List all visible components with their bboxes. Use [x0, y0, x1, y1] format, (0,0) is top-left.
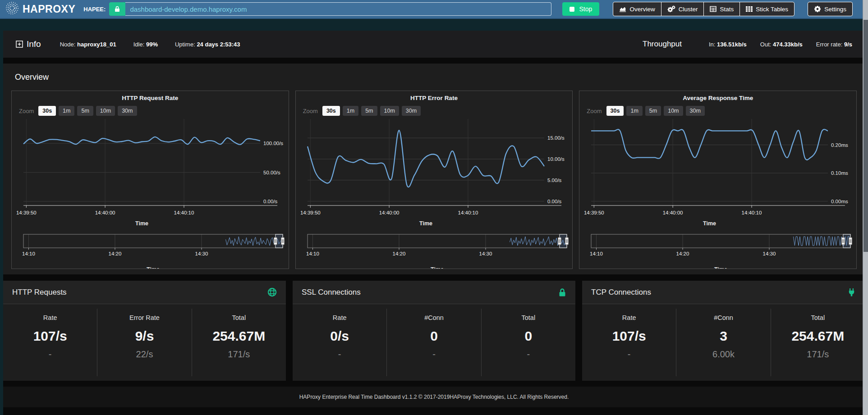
svg-text:15.00/s: 15.00/s	[547, 135, 565, 141]
stat-label: Rate	[43, 314, 57, 321]
stat-value: 107/s	[612, 328, 646, 344]
haproxy-logo-icon	[5, 1, 19, 17]
stat-value: 0	[430, 328, 438, 344]
svg-text:14:10: 14:10	[22, 251, 35, 256]
gears-icon	[667, 5, 675, 13]
summary-cards-row: HTTP RequestsRate107/s-Error Rate9/s22/s…	[3, 281, 865, 381]
url-input[interactable]	[125, 2, 551, 16]
http-request-rate-navigator[interactable]: 14:1014:2014:30Time	[12, 230, 289, 269]
svg-text:Time: Time	[147, 266, 160, 269]
chart-title-http-error-rate: HTTP Error Rate	[296, 95, 573, 105]
info-bar-left: Info Node: haproxy18_01Idle: 99%Uptime: …	[16, 39, 257, 49]
stop-button[interactable]: Stop	[562, 2, 599, 16]
stat-column-conn: #Conn36.00k	[676, 309, 771, 376]
svg-text:14:20: 14:20	[392, 251, 405, 256]
throughput-label: Throughput	[643, 40, 682, 49]
chart-title-average-response-time: Average Response Time	[579, 95, 856, 105]
navigator-handle[interactable]	[849, 237, 852, 245]
chart-title-http-request-rate: HTTP Request Rate	[12, 95, 289, 105]
throughput-stats: In: 136.51kb/sOut: 474.33kb/sError rate:…	[695, 40, 852, 48]
stat-subvalue: -	[338, 349, 341, 360]
card-tcp-connections: TCP ConnectionsRate107/s-#Conn36.00kTota…	[582, 281, 865, 381]
svg-text:14:40:00: 14:40:00	[95, 210, 115, 215]
brand-name: HAPROXY	[23, 3, 75, 15]
nav-button-cluster[interactable]: Cluster	[661, 2, 704, 16]
zoom-button-1m[interactable]: 1m	[626, 106, 642, 116]
vertical-scrollbar[interactable]	[863, 0, 868, 415]
nav-button-group: OverviewClusterStatsStick Tables	[613, 2, 795, 16]
zoom-controls: Zoom30s1m5m10m30m	[12, 105, 289, 117]
footer-text: HAProxy Enterprise Real Time Dashboard v…	[299, 394, 569, 400]
svg-text:14:40:00: 14:40:00	[379, 210, 399, 215]
settings-button[interactable]: Settings	[808, 2, 853, 16]
svg-text:100.00/s: 100.00/s	[263, 141, 283, 146]
stat-label: Total	[232, 314, 246, 321]
info-label: Info	[27, 39, 41, 49]
zoom-button-30s[interactable]: 30s	[38, 106, 56, 116]
navigator-handle[interactable]	[274, 237, 277, 245]
zoom-button-5m[interactable]: 5m	[645, 106, 661, 116]
http-error-rate-chart[interactable]: 15.00/s10.00/s5.00/s0.00/s14:39:5014:40:…	[296, 117, 573, 230]
nav-button-stick-tables[interactable]: Stick Tables	[739, 2, 795, 16]
navigator-handle[interactable]	[281, 237, 285, 245]
zoom-label: Zoom	[587, 108, 602, 114]
lock-button[interactable]	[109, 2, 125, 16]
zoom-button-30s[interactable]: 30s	[606, 106, 624, 116]
zoom-button-30m[interactable]: 30m	[118, 106, 137, 116]
svg-text:0.00ms: 0.00ms	[831, 199, 848, 204]
card-header-ssl-connections: SSL Connections	[293, 281, 575, 304]
info-bar-right: Throughput In: 136.51kb/sOut: 474.33kb/s…	[643, 40, 852, 49]
card-http-requests: HTTP RequestsRate107/s-Error Rate9/s22/s…	[3, 281, 286, 381]
stat-subvalue: -	[49, 349, 52, 360]
zoom-button-30m[interactable]: 30m	[402, 106, 421, 116]
zoom-button-10m[interactable]: 10m	[380, 106, 399, 116]
svg-text:14:39:50: 14:39:50	[300, 210, 321, 215]
svg-text:Time: Time	[714, 266, 727, 269]
nav-button-label: Stick Tables	[756, 6, 788, 13]
nav-button-overview[interactable]: Overview	[613, 2, 661, 16]
zoom-button-10m[interactable]: 10m	[96, 106, 115, 116]
stat-column-conn: #Conn0-	[387, 309, 481, 376]
zoom-button-1m[interactable]: 1m	[343, 106, 358, 116]
stat-label: Error Rate	[129, 314, 160, 321]
zoom-button-30s[interactable]: 30s	[322, 106, 340, 116]
zoom-button-1m[interactable]: 1m	[59, 106, 74, 116]
stat-value: 254.67M	[212, 328, 265, 344]
card-title: SSL Connections	[302, 288, 361, 297]
info-toggle[interactable]: Info	[16, 39, 41, 49]
stat-label: Total	[811, 314, 825, 321]
card-header-tcp-connections: TCP Connections	[582, 281, 865, 304]
zoom-button-5m[interactable]: 5m	[77, 106, 93, 116]
nav-button-stats[interactable]: Stats	[703, 2, 740, 16]
navigator-handle[interactable]	[565, 237, 568, 245]
zoom-button-5m[interactable]: 5m	[361, 106, 377, 116]
plug-icon	[847, 288, 856, 297]
nav-button-label: Stats	[720, 6, 734, 13]
stat-uptime: Uptime: 24 days 2:53:43	[175, 41, 240, 48]
svg-text:10.00/s: 10.00/s	[547, 156, 565, 162]
hapee-label: HAPEE:	[83, 6, 106, 13]
navigator-handle[interactable]	[558, 237, 561, 245]
svg-text:0.20ms: 0.20ms	[831, 142, 848, 148]
lock-icon	[558, 288, 566, 297]
stop-button-label: Stop	[579, 5, 592, 13]
info-bar: Info Node: haproxy18_01Idle: 99%Uptime: …	[3, 31, 865, 58]
scrollbar-thumb[interactable]	[863, 20, 868, 252]
average-response-time-chart[interactable]: 0.20ms0.10ms0.00ms14:39:5014:40:0014:40:…	[579, 117, 856, 230]
http-request-rate-chart[interactable]: 100.00/s50.00/s0.00/s14:39:5014:40:0014:…	[12, 117, 289, 230]
navigator-handle[interactable]	[842, 237, 845, 245]
stat-subvalue: -	[628, 349, 631, 360]
lock-icon	[114, 5, 120, 13]
node-stats: Node: haproxy18_01Idle: 99%Uptime: 24 da…	[60, 40, 257, 48]
zoom-button-10m[interactable]: 10m	[664, 106, 683, 116]
http-error-rate-navigator[interactable]: 14:1014:2014:30Time	[296, 230, 573, 269]
svg-text:Time: Time	[419, 220, 432, 227]
stat-label: Total	[522, 314, 536, 321]
page-content: Info Node: haproxy18_01Idle: 99%Uptime: …	[3, 31, 865, 415]
zoom-button-30m[interactable]: 30m	[686, 106, 705, 116]
chart-panel-http-request-rate: HTTP Request RateZoom30s1m5m10m30m100.00…	[11, 91, 289, 269]
svg-text:14:20: 14:20	[676, 251, 689, 256]
average-response-time-navigator[interactable]: 14:1014:2014:30Time	[579, 230, 856, 269]
card-ssl-connections: SSL ConnectionsRate0/s-#Conn0-Total0-	[293, 281, 575, 381]
stat-column-total: Total0-	[482, 309, 575, 376]
